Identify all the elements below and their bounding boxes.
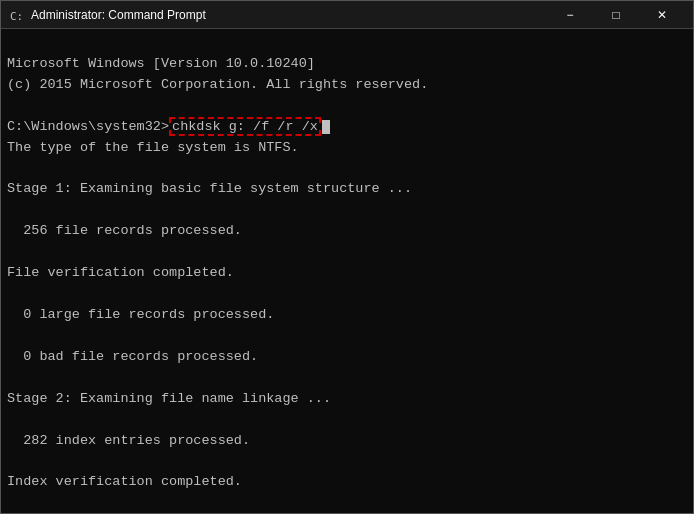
line-12	[7, 286, 15, 301]
close-button[interactable]: ✕	[639, 1, 685, 29]
line-1: Microsoft Windows [Version 10.0.10240]	[7, 56, 315, 71]
svg-text:C:: C:	[10, 10, 23, 23]
line-7: Stage 1: Examining basic file system str…	[7, 181, 412, 196]
line-9: 256 file records processed.	[7, 223, 242, 238]
line-21: Index verification completed.	[7, 474, 242, 489]
line-22	[7, 495, 15, 510]
prompt: C:\Windows\system32>	[7, 119, 169, 134]
title-bar: C: Administrator: Command Prompt − □ ✕	[1, 1, 693, 29]
line-5: The type of the file system is NTFS.	[7, 140, 299, 155]
line-15: 0 bad file records processed.	[7, 349, 258, 364]
terminal-output[interactable]: Microsoft Windows [Version 10.0.10240] (…	[1, 29, 693, 513]
cursor	[322, 120, 330, 134]
line-11: File verification completed.	[7, 265, 234, 280]
line-13: 0 large file records processed.	[7, 307, 274, 322]
line-8	[7, 202, 15, 217]
window-title: Administrator: Command Prompt	[31, 8, 547, 22]
window-controls: − □ ✕	[547, 1, 685, 29]
line-6	[7, 161, 15, 176]
line-3	[7, 98, 15, 113]
line-2: (c) 2015 Microsoft Corporation. All righ…	[7, 77, 428, 92]
line-17: Stage 2: Examining file name linkage ...	[7, 391, 331, 406]
line-18	[7, 412, 15, 427]
command-text: chkdsk g: /f /r /x	[172, 119, 318, 134]
window: C: Administrator: Command Prompt − □ ✕ M…	[0, 0, 694, 514]
command-highlighted: chkdsk g: /f /r /x	[169, 117, 321, 136]
maximize-button[interactable]: □	[593, 1, 639, 29]
cmd-icon: C:	[9, 7, 25, 23]
line-19: 282 index entries processed.	[7, 433, 250, 448]
line-16	[7, 370, 15, 385]
minimize-button[interactable]: −	[547, 1, 593, 29]
cmd-line: C:\Windows\system32>chkdsk g: /f /r /x	[7, 119, 330, 134]
line-10	[7, 244, 15, 259]
line-14	[7, 328, 15, 343]
line-20	[7, 453, 15, 468]
